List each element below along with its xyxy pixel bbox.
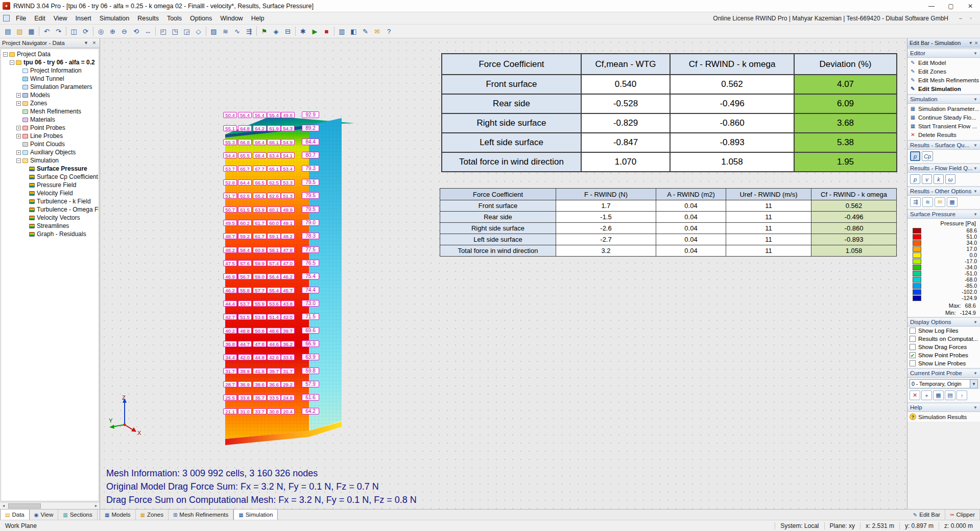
pressure-probe-label[interactable]: 59.0 — [253, 273, 267, 280]
pressure-probe-label[interactable]: 53.6 — [267, 301, 281, 307]
pressure-probe-label[interactable]: 36.9 — [238, 381, 252, 387]
expand-toggle-icon[interactable]: − — [16, 158, 21, 163]
result-vectors-icon[interactable]: ⇶ — [910, 197, 921, 207]
pressure-probe-label[interactable]: 59.9 — [253, 260, 267, 266]
pin-icon[interactable]: ▼ — [83, 40, 89, 45]
maximize-button[interactable]: ▢ — [941, 0, 961, 12]
pressure-probe-label[interactable]: 65.1 — [267, 166, 281, 172]
zoom-window-icon[interactable]: ◎ — [95, 26, 107, 37]
pressure-probe-label[interactable]: 39.7 — [281, 328, 295, 334]
pressure-probe-label[interactable]: 46.2 — [281, 273, 295, 280]
pressure-probe-label[interactable]: 35.7 — [253, 395, 267, 401]
pressure-probe-label[interactable]: 24.8 — [281, 395, 295, 401]
checkbox[interactable] — [910, 328, 916, 334]
view-top-icon[interactable]: ◲ — [181, 26, 193, 37]
pressure-probe-label[interactable]: 56.7 — [238, 273, 252, 280]
pressure-probe-label[interactable]: 57.9 — [302, 381, 319, 387]
pressure-probe-label[interactable]: 68.4 — [253, 152, 267, 158]
edit-zones[interactable]: ✎Edit Zones — [907, 67, 980, 76]
pressure-probe-label[interactable]: 63.9 — [302, 354, 319, 360]
pressure-probe-label[interactable]: 48.2 — [281, 233, 295, 239]
edit-mesh-refinements[interactable]: ✎Edit Mesh Refinements — [907, 76, 980, 84]
edit-model[interactable]: ✎Edit Model — [907, 58, 980, 67]
pressure-probe-label[interactable]: 34.4 — [223, 354, 237, 360]
result-export-icon[interactable]: ✉ — [935, 197, 945, 207]
continue-steady-flo-[interactable]: ▦Continue Steady Flo... — [907, 113, 980, 122]
menu-options[interactable]: Options — [186, 12, 216, 24]
view-isometric-icon[interactable]: ◇ — [193, 26, 204, 37]
pressure-probe-label[interactable]: 77.5 — [302, 246, 319, 253]
checkbox[interactable]: ✔ — [910, 352, 916, 358]
pressure-probe-label[interactable]: 61.7 — [253, 233, 267, 239]
rotate-view-icon[interactable]: ⟲ — [130, 26, 142, 37]
pressure-probe-label[interactable]: 66.1 — [267, 139, 281, 145]
pressure-probe-label[interactable]: 55.1 — [223, 125, 237, 131]
pressure-probe-label[interactable]: 42.6 — [267, 354, 281, 360]
chevron-down-icon[interactable]: ▼ — [970, 380, 977, 388]
probe-list-icon[interactable]: ▤ — [945, 390, 955, 400]
pressure-probe-label[interactable]: 48.7 — [223, 233, 237, 239]
result-grid-icon[interactable]: ▦ — [947, 197, 958, 207]
pressure-probe-label[interactable]: 44.4 — [223, 301, 237, 307]
section-current-point-probe[interactable]: Current Point Probe ▼ — [907, 368, 980, 378]
pressure-probe-label[interactable]: 47.8 — [281, 247, 295, 253]
expand-toggle-icon[interactable]: + — [16, 150, 21, 155]
expand-toggle-icon[interactable]: − — [10, 60, 14, 65]
color-scale-icon[interactable]: ◧ — [348, 26, 360, 37]
probe-up-icon[interactable]: ↑ — [957, 390, 967, 400]
pressure-probe-label[interactable]: 48.8 — [238, 328, 252, 334]
help-icon[interactable]: ? — [383, 26, 395, 37]
pressure-probe-label[interactable]: 60.1 — [267, 206, 281, 213]
pressure-probe-label[interactable]: 80.7 — [302, 152, 319, 158]
pressure-probe-label[interactable]: 50.4 — [223, 112, 237, 118]
pressure-probe-label[interactable]: 33.5 — [267, 395, 281, 401]
pressure-probe-label[interactable]: 20.4 — [281, 408, 295, 414]
section-results-other[interactable]: Results - Other Options ▼ — [907, 187, 980, 196]
copy-graphic-icon[interactable]: ◫ — [68, 26, 80, 37]
pressure-probe-label[interactable]: 66.9 — [302, 340, 319, 347]
pressure-probe-label[interactable]: 60.8 — [253, 247, 267, 253]
pressure-probe-label[interactable]: 31.7 — [281, 368, 295, 374]
point-probe-icon[interactable]: ⚑ — [258, 26, 270, 37]
menu-edit[interactable]: Edit — [30, 12, 50, 24]
pressure-probe-label[interactable]: 76.5 — [302, 260, 319, 266]
pressure-probe-label[interactable]: 63.4 — [267, 152, 281, 158]
add-probe-icon[interactable]: + — [921, 390, 932, 400]
pressure-probe-label[interactable]: 39.7 — [267, 368, 281, 374]
pressure-probe-label[interactable]: 49.5 — [223, 220, 237, 226]
pressure-probe-label[interactable]: 53.3 — [281, 179, 295, 186]
pressure-probe-label[interactable]: 56.4 — [238, 112, 252, 118]
scroll-track[interactable] — [7, 503, 92, 509]
menu-simulation[interactable]: Simulation — [95, 12, 133, 24]
pressure-probe-label[interactable]: 31.0 — [238, 408, 252, 414]
pressure-probe-label[interactable]: 28.7 — [223, 381, 237, 387]
section-results-surface[interactable]: Results - Surface Qu... ▼ — [907, 141, 980, 150]
menu-tools[interactable]: Tools — [163, 12, 186, 24]
show-mesh-icon[interactable]: ▨ — [208, 26, 220, 37]
tree-item-turbulence-omega-fi-[interactable]: Turbulence - Omega Fi... — [1, 205, 99, 214]
edit-simulation[interactable]: ✎Edit Simulation — [907, 84, 980, 93]
pressure-probe-label[interactable]: 44.6 — [267, 341, 281, 347]
menu-window[interactable]: Window — [216, 12, 247, 24]
result-button-ω[interactable]: ω — [945, 174, 955, 184]
pressure-probe-label[interactable]: 71.5 — [302, 313, 319, 320]
pressure-probe-label[interactable]: 79.5 — [302, 179, 319, 186]
pressure-probe-label[interactable]: 68.4 — [253, 139, 267, 145]
tree-item-auxiliary-objects[interactable]: +Auxiliary Objects — [1, 148, 99, 156]
pressure-probe-label[interactable]: 61.7 — [253, 220, 267, 226]
pressure-probe-label[interactable]: 62.5 — [267, 179, 281, 186]
tree-item-materials[interactable]: Materials — [1, 116, 99, 124]
start-transient-flow-[interactable]: ▦Start Transient Flow ... — [907, 122, 980, 130]
pressure-probe-label[interactable]: 79.5 — [302, 192, 319, 199]
tree-item-point-clouds[interactable]: Point Clouds — [1, 140, 99, 148]
pressure-probe-label[interactable]: 43.8 — [281, 301, 295, 307]
pressure-probe-label[interactable]: 57.7 — [253, 287, 267, 293]
pressure-probe-label[interactable]: 61.9 — [267, 125, 281, 131]
section-results-flow[interactable]: Results - Flow Field Q... ▼ — [907, 164, 980, 173]
pressure-probe-label[interactable]: 47.5 — [223, 260, 237, 266]
simulation-settings-icon[interactable]: ✱ — [297, 26, 309, 37]
scroll-left-icon[interactable]: ◂ — [0, 503, 7, 509]
tree-item-project-data[interactable]: −Project Data — [1, 50, 99, 58]
close-icon[interactable]: ✕ — [91, 40, 98, 45]
pressure-probe-label[interactable]: 33.7 — [253, 408, 267, 414]
